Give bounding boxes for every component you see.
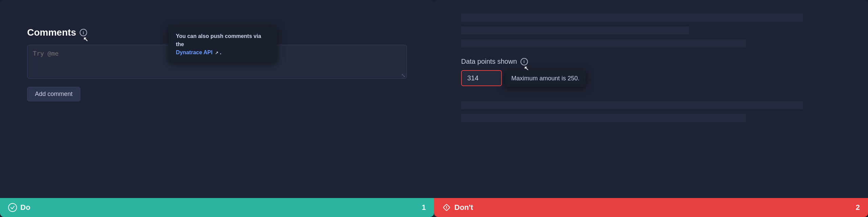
tooltip-text-before: You can also push comments via the Dynat…	[176, 33, 261, 55]
footer-left: Do	[8, 203, 30, 212]
blurred-row-bottom-1	[461, 101, 803, 109]
comments-section: Comments i You can also push comments vi…	[27, 27, 407, 101]
data-points-section: Data points shown i ↖ Maximum amount is …	[461, 58, 841, 86]
blurred-row-bottom-2	[461, 114, 746, 122]
left-panel: Comments i You can also push comments vi…	[0, 0, 434, 217]
dynatrace-api-link[interactable]: Dynatrace API	[176, 50, 214, 55]
footer-do-number: 1	[422, 203, 426, 212]
external-link-icon: ↗	[215, 50, 218, 56]
footer-dont-label: Don't	[454, 203, 473, 212]
left-panel-footer: Do 1	[0, 198, 434, 217]
blurred-rows-top	[461, 14, 841, 47]
data-points-label: Data points shown	[461, 58, 517, 65]
left-panel-content: Comments i You can also push comments vi…	[0, 0, 434, 198]
right-panel-footer: Don't 2	[434, 198, 868, 217]
footer-dont-number: 2	[856, 203, 860, 212]
footer-do-label: Do	[20, 203, 30, 212]
comments-tooltip: You can also push comments via the Dynat…	[169, 26, 277, 63]
right-panel: Data points shown i ↖ Maximum amount is …	[434, 0, 868, 217]
data-points-input-row: Maximum amount is 250.	[461, 70, 841, 86]
section-title-row: Comments i You can also push comments vi…	[27, 27, 407, 38]
blurred-row-2	[461, 26, 689, 35]
add-comment-button[interactable]: Add comment	[27, 87, 80, 101]
blurred-row-1	[461, 14, 803, 22]
error-tooltip-text: Maximum amount is 250.	[511, 75, 579, 81]
footer-right-left: Don't	[442, 203, 473, 212]
right-panel-content: Data points shown i ↖ Maximum amount is …	[434, 0, 868, 198]
blurred-rows-bottom	[461, 101, 841, 122]
cursor: ↖	[83, 36, 88, 43]
svg-point-2	[446, 209, 447, 209]
data-points-input[interactable]	[461, 70, 502, 86]
resize-handle-icon: ⤡	[401, 72, 406, 79]
check-icon	[8, 203, 17, 212]
comments-info-icon[interactable]: i You can also push comments via the Dyn…	[80, 29, 87, 36]
comments-title: Comments	[27, 27, 76, 38]
data-points-info-icon[interactable]: i ↖	[520, 58, 528, 65]
blurred-row-3	[461, 39, 746, 47]
diamond-warning-icon	[442, 203, 451, 212]
error-tooltip: Maximum amount is 250.	[505, 70, 586, 86]
data-points-label-row: Data points shown i ↖	[461, 58, 841, 65]
